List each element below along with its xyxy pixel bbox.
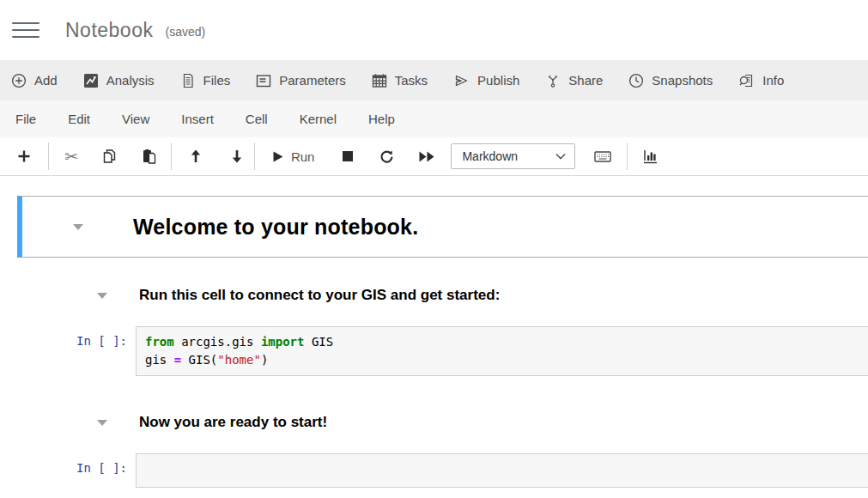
toolbar-divider [627, 143, 628, 170]
cell-type-select[interactable]: Markdown [451, 143, 575, 169]
markdown-cell-welcome[interactable]: Welcome to your notebook. [17, 196, 868, 258]
menu-edit[interactable]: Edit [68, 112, 90, 126]
move-up-icon [189, 149, 203, 163]
paste-cell-button[interactable] [142, 149, 157, 164]
ribbon-item-label: Publish [477, 73, 519, 88]
menu-kernel[interactable]: Kernel [300, 112, 337, 126]
publish-icon [453, 73, 470, 88]
ribbon-item-label: Tasks [395, 73, 428, 88]
add-cell-button[interactable] [17, 149, 31, 163]
snapshots-button[interactable]: Snapshots [628, 73, 713, 88]
run-all-cells-button[interactable] [418, 150, 435, 163]
toolbar-divider [254, 143, 255, 170]
ribbon-item-label: Share [568, 73, 603, 88]
ribbon-item-label: Add [34, 73, 58, 88]
run-all-icon [418, 150, 435, 163]
menu-file[interactable]: File [15, 112, 36, 126]
input-prompt: In [ ]: [0, 326, 136, 348]
copy-cell-button[interactable] [102, 149, 118, 164]
interrupt-kernel-button[interactable] [342, 150, 354, 162]
tasks-icon [372, 73, 387, 88]
chart-icon [643, 149, 660, 164]
chevron-down-icon [555, 153, 566, 160]
save-status: (saved) [165, 21, 205, 39]
code-cell-empty[interactable]: In [ ]: [0, 453, 868, 488]
add-icon [11, 73, 27, 88]
add-button[interactable]: Add [11, 73, 58, 88]
info-button[interactable]: Info [738, 73, 784, 88]
notebook-area: Welcome to your notebook. Run this cell … [0, 176, 868, 488]
copy-icon [102, 149, 118, 164]
notebook-menubar: File Edit View Insert Cell Kernel Help [0, 100, 868, 137]
menu-insert[interactable]: Insert [181, 112, 214, 126]
files-icon [180, 73, 196, 88]
app-header: Notebook (saved) [0, 0, 868, 60]
move-cell-down-button[interactable] [230, 149, 244, 163]
code-editor[interactable] [136, 453, 868, 488]
ribbon-item-label: Parameters [279, 73, 346, 88]
tasks-button[interactable]: Tasks [372, 73, 428, 88]
parameters-icon [256, 73, 271, 88]
run-cell-button[interactable]: Run [272, 149, 315, 164]
cut-cell-button[interactable]: ✂ [64, 149, 78, 165]
markdown-heading: Now you are ready to start! [139, 414, 327, 431]
cell-toolbar: ✂ Run [0, 137, 868, 176]
toolbar-divider [171, 143, 172, 170]
parameters-button[interactable]: Parameters [256, 73, 346, 88]
move-down-icon [230, 149, 244, 163]
share-button[interactable]: Share [545, 73, 603, 88]
menu-view[interactable]: View [122, 112, 149, 126]
collapse-cell-icon[interactable] [97, 293, 107, 299]
publish-button[interactable]: Publish [453, 73, 519, 88]
collapse-cell-icon[interactable] [73, 224, 83, 230]
paste-icon [142, 149, 157, 164]
add-cell-icon [17, 149, 31, 163]
analysis-button[interactable]: Analysis [83, 73, 155, 88]
hamburger-menu-icon[interactable] [12, 21, 39, 39]
files-button[interactable]: Files [180, 73, 231, 88]
ribbon-item-label: Snapshots [652, 73, 713, 88]
snapshots-icon [628, 73, 644, 88]
ribbon-item-label: Analysis [106, 73, 155, 88]
menu-help[interactable]: Help [368, 112, 395, 126]
info-icon [738, 73, 755, 88]
restart-kernel-button[interactable] [379, 149, 394, 164]
run-icon [272, 150, 284, 163]
markdown-heading: Run this cell to connect to your GIS and… [139, 287, 500, 304]
ribbon-item-label: Info [762, 73, 784, 88]
analysis-icon [83, 73, 99, 88]
markdown-cell-connect[interactable]: Run this cell to connect to your GIS and… [0, 287, 868, 304]
ribbon-toolbar: Add Analysis Files Parameters Tasks [0, 60, 868, 100]
collapse-cell-icon[interactable] [97, 420, 107, 426]
command-palette-button[interactable] [594, 149, 611, 163]
markdown-cell-ready[interactable]: Now you are ready to start! [0, 414, 868, 431]
ribbon-item-label: Files [203, 73, 231, 88]
cell-type-selected-value: Markdown [462, 149, 518, 163]
toolbar-divider [48, 143, 49, 170]
cut-icon: ✂ [64, 149, 78, 165]
share-icon [545, 73, 561, 88]
code-cell-gis-import[interactable]: In [ ]: from arcgis.gis import GISgis = … [0, 326, 868, 376]
restart-kernel-icon [379, 149, 394, 164]
code-line: gis = GIS("home") [145, 351, 860, 369]
stop-icon [342, 150, 354, 162]
code-editor[interactable]: from arcgis.gis import GISgis = GIS("hom… [136, 326, 868, 376]
run-button-label: Run [291, 149, 315, 164]
input-prompt: In [ ]: [0, 453, 136, 475]
page-title: Notebook [65, 19, 153, 42]
markdown-heading: Welcome to your notebook. [133, 215, 418, 240]
code-line: from arcgis.gis import GIS [145, 333, 860, 351]
open-analysis-view-button[interactable] [643, 149, 660, 164]
menu-cell[interactable]: Cell [246, 112, 268, 126]
move-cell-up-button[interactable] [189, 149, 203, 163]
keyboard-icon [594, 149, 611, 163]
